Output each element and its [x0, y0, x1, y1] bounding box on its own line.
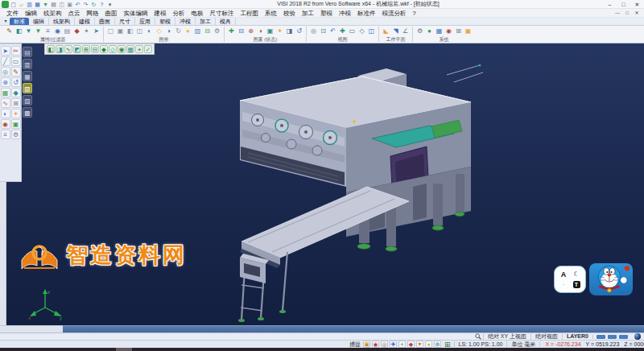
menu-item-0[interactable]: 文件 [3, 9, 22, 18]
menu-item-6[interactable]: 实体编辑 [121, 9, 151, 18]
taskbar-app-button[interactable] [116, 348, 132, 351]
ime-trad-button[interactable]: T [573, 281, 580, 288]
tab-4[interactable]: 曲面 [95, 18, 115, 25]
refresh-icon[interactable]: ↻ [90, 1, 97, 8]
workplane-new-icon[interactable]: ◣ [382, 27, 390, 35]
view-preset-3-button[interactable]: ▦ [23, 71, 32, 81]
menu-item-19[interactable]: ? [410, 9, 419, 18]
view-top-icon[interactable]: ▭ [348, 27, 357, 35]
menu-item-14[interactable]: 加工 [299, 9, 317, 18]
center-snap-icon[interactable]: ◎ [381, 341, 388, 348]
hidden-line-icon[interactable]: ◑ [164, 27, 173, 35]
new-window-icon[interactable]: ▢ [106, 27, 115, 35]
pan-icon[interactable]: ✚ [338, 27, 347, 35]
tab-6[interactable]: 应用 [135, 18, 155, 25]
ime-halfwidth-icon[interactable]: ☾ [573, 270, 579, 278]
revolve-icon[interactable]: ◨ [56, 45, 64, 53]
redo-icon[interactable]: ↷ [82, 1, 89, 8]
edit-attributes-icon[interactable]: ✎ [5, 27, 14, 35]
tab-2[interactable]: 线架构 [49, 18, 75, 25]
menu-item-11[interactable]: 工程图 [237, 9, 262, 18]
paint-attributes-icon[interactable]: ◧ [14, 27, 23, 35]
print-preview-icon[interactable]: ◫ [58, 1, 65, 8]
machine-model-3d[interactable] [6, 43, 644, 325]
chamfer-icon[interactable]: ◇ [109, 45, 117, 53]
new-file-icon[interactable]: ▢ [10, 1, 17, 8]
grid-icon[interactable]: ⊞ [454, 27, 463, 35]
mdi-restore-button[interactable]: □ [622, 9, 632, 17]
print-icon[interactable]: ▤ [50, 1, 57, 8]
tab-3[interactable]: 建模 [75, 18, 95, 25]
zoom-window-icon[interactable]: ◎ [309, 27, 318, 35]
active-layer-chip[interactable]: LAYER0 [562, 333, 592, 340]
visibility-icon[interactable]: ◉ [53, 27, 62, 35]
highlight-icon[interactable]: ✦ [275, 27, 284, 35]
menu-item-18[interactable]: 模流分析 [379, 9, 410, 18]
save-all-icon[interactable]: ▦ [34, 1, 41, 8]
copy-icon[interactable]: ▣ [66, 1, 73, 8]
database-icon[interactable]: ▦ [435, 27, 444, 35]
layout-tile-button[interactable] [608, 335, 617, 339]
measure-icon[interactable]: ⌖ [135, 45, 143, 53]
wireframe-view-icon[interactable]: ◇ [155, 27, 163, 35]
layout-tile-button[interactable] [619, 335, 628, 339]
menu-item-5[interactable]: 曲面 [102, 9, 121, 18]
group-icon[interactable]: ▣ [266, 27, 275, 35]
ime-skin-doraemon[interactable] [589, 263, 633, 295]
boolean-union-icon[interactable]: ⊞ [82, 45, 90, 53]
view-preset-6-button[interactable]: ▩ [23, 107, 32, 118]
target-tool-icon[interactable]: ◉ [1, 119, 10, 129]
block-tool-icon[interactable]: ▣ [11, 119, 21, 129]
circle-tool-icon[interactable]: ◎ [1, 67, 10, 76]
nearest-snap-icon[interactable]: ⊕ [434, 341, 441, 348]
filter-elements-icon[interactable]: ▼ [24, 27, 33, 35]
shell-icon[interactable]: ◩ [73, 45, 81, 53]
workplane-reset-icon[interactable]: ∠ [401, 27, 410, 35]
mdi-minimize-button[interactable]: — [613, 9, 622, 17]
hole-icon[interactable]: ◉ [118, 45, 126, 53]
reference-view-chip[interactable]: 绝对视图 [530, 333, 562, 340]
filter-solids-icon[interactable]: ▼ [34, 27, 43, 35]
grid-tool-icon[interactable]: ⊞ [11, 98, 21, 108]
node-snap-icon[interactable]: ● [425, 341, 432, 348]
mesh-tool-icon[interactable]: ▦ [1, 88, 10, 97]
endpoint-snap-icon[interactable]: ▣ [363, 341, 370, 348]
freeze-icon[interactable]: ◑ [256, 27, 265, 35]
element-properties-icon[interactable]: ≡ [43, 27, 52, 35]
quadrant-snap-icon[interactable]: ⌖ [398, 341, 406, 348]
restore-state-icon[interactable]: ↺ [295, 27, 303, 35]
zoom-previous-icon[interactable]: ↶ [328, 27, 337, 35]
tab-0[interactable]: 标准 [10, 18, 29, 25]
magnifier-icon[interactable] [475, 333, 481, 340]
list-tool-icon[interactable]: ≡ [1, 130, 10, 139]
menu-item-15[interactable]: 塑模 [317, 9, 336, 18]
tab-10[interactable]: 模具 [216, 18, 236, 25]
workplane-view-chip[interactable]: 绝对 XY 上视图 [483, 333, 530, 340]
trim-icon[interactable]: ✂ [11, 46, 21, 56]
tab-overflow-button[interactable]: ▾ [2, 18, 10, 25]
sweep-icon[interactable]: ∿ [64, 45, 72, 53]
view-preset-2-button[interactable]: ▥ [23, 59, 32, 69]
save-file-icon[interactable]: ▥ [26, 1, 33, 8]
midpoint-snap-icon[interactable]: ◉ [372, 341, 379, 348]
layer-assign-icon[interactable]: ▤ [63, 27, 72, 35]
menu-item-13[interactable]: 校验 [280, 9, 299, 18]
background-icon[interactable]: ▨ [193, 27, 202, 35]
render-settings-icon[interactable]: ⚙ [213, 27, 221, 35]
menu-item-17[interactable]: 标准件 [354, 9, 379, 18]
window-single-icon[interactable]: ◧ [126, 27, 134, 35]
alert-icon[interactable]: ◉ [444, 27, 453, 35]
curve-tool-icon[interactable]: ∿ [1, 98, 10, 108]
sketch-tool-icon[interactable]: ✎ [11, 67, 21, 76]
color-assign-icon[interactable]: ◆ [72, 27, 81, 35]
menu-item-9[interactable]: 电极 [188, 9, 207, 18]
tab-1[interactable]: 编辑 [29, 18, 49, 25]
tangent-snap-icon[interactable]: ◆ [407, 341, 415, 348]
fillet-icon[interactable]: ◆ [100, 45, 108, 53]
minimize-button[interactable]: – [603, 0, 617, 9]
dynamic-rotate-icon[interactable]: ↻ [174, 27, 183, 35]
select-arrow-icon[interactable]: ➤ [1, 46, 10, 56]
prompt-bar[interactable] [63, 325, 644, 332]
ime-mode-panel[interactable]: A ☾ · T [554, 266, 586, 293]
ime-punct-button[interactable]: · [563, 281, 565, 288]
